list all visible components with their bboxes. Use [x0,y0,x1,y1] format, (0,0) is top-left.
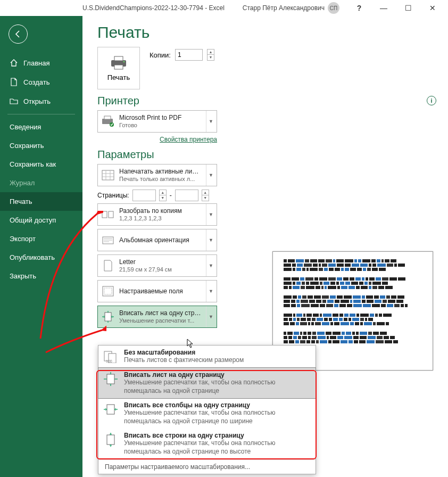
svg-point-3 [123,61,125,62]
sidebar-open[interactable]: Открыть [0,92,82,111]
no-scale-icon: 100 [103,349,119,365]
copies-input[interactable] [175,49,203,61]
sidebar-export[interactable]: Экспорт [0,229,82,248]
sidebar-info[interactable]: Сведения [0,118,82,136]
fit-rows-icon [103,432,119,448]
titlebar: U.S.DividendChampions-2022-12-30-7794 - … [0,0,448,16]
close-button[interactable]: ✕ [420,1,445,15]
svg-rect-19 [107,435,114,445]
info-icon[interactable]: i [427,96,436,105]
minimize-button[interactable]: — [371,1,396,15]
scale-fit-sheet-option[interactable]: Вписать лист на одну страницуУменьшение … [98,367,316,399]
landscape-icon [101,233,115,247]
printer-dropdown[interactable]: Microsoft Print to PDF Готово ▼ [97,110,217,133]
pages-row: Страницы: ▲▼ - ▲▼ [97,190,436,201]
svg-rect-5 [104,116,111,119]
sidebar-save[interactable]: Сохранить [0,136,82,155]
page-icon [101,259,115,273]
collate-icon [101,208,115,221]
home-icon [10,59,18,67]
user-name: Старр Пётр Александрович [243,4,325,12]
svg-rect-2 [114,65,123,69]
svg-rect-1 [114,56,123,61]
doc-title: U.S.DividendChampions-2022-12-30-7794 - … [82,4,225,12]
collate-dropdown[interactable]: Разобрать по копиям1,2,3 1,2,3 1,2,3 ▼ [97,203,217,226]
new-icon [10,78,18,86]
scale-fit-rows-option[interactable]: Вписать все строки на одну страницуУмень… [98,429,316,459]
params-heading: Параметры [97,149,436,161]
orientation-dropdown[interactable]: Альбомная ориентация ▼ [97,229,217,251]
open-icon [10,97,18,105]
chevron-down-icon: ▼ [206,255,213,276]
user-avatar[interactable]: СП [328,2,339,14]
cursor-icon [187,339,194,348]
svg-rect-13 [105,312,111,321]
chevron-down-icon: ▼ [206,111,213,132]
fit-page-icon [103,371,119,387]
scaling-dropdown[interactable]: Вписать лист на одну стра...Уменьшение р… [97,306,217,328]
scale-none-option[interactable]: 100 Без масштабированияПечать листов с ф… [98,346,316,368]
margins-icon [101,284,115,298]
svg-rect-8 [102,211,107,218]
copies-label: Копии: [150,51,171,59]
svg-rect-17 [107,374,114,384]
fit-cols-icon [103,401,119,417]
pages-label: Страницы: [97,192,129,199]
sidebar-history: Журнал [0,174,82,192]
page-from-spinner[interactable]: ▲▼ [159,190,167,201]
chevron-down-icon: ▼ [206,306,213,327]
chevron-down-icon: ▼ [206,229,213,251]
sheets-icon [101,168,115,182]
chevron-down-icon: ▼ [206,204,213,225]
page-from-input[interactable] [132,190,156,201]
chevron-down-icon: ▼ [206,165,213,186]
printer-status-icon [101,114,115,128]
scale-custom-link[interactable]: Параметры настраиваемого масштабирования… [98,459,316,474]
sidebar-publish[interactable]: Опубликовать [0,248,82,267]
printer-icon [110,55,128,70]
backstage-sidebar: Главная Создать Открыть Сведения Сохрани… [0,16,82,477]
sidebar-home[interactable]: Главная [0,53,82,72]
svg-rect-18 [107,405,114,414]
printer-heading: Принтер [97,95,436,107]
print-what-dropdown[interactable]: Напечатать активные листыПечать только а… [97,164,217,186]
sidebar-saveas[interactable]: Сохранить как [0,155,82,174]
maximize-button[interactable]: ☐ [396,1,420,15]
page-to-input[interactable] [175,190,198,201]
help-button[interactable]: ? [347,1,371,15]
fit-page-icon [101,310,115,324]
scaling-popup: 100 Без масштабированияПечать листов с ф… [98,345,316,474]
printer-props-link[interactable]: Свойства принтера [97,136,217,143]
svg-rect-7 [102,170,114,180]
print-button[interactable]: Печать [97,47,140,89]
sidebar-print[interactable]: Печать [0,192,82,211]
copies-spinner[interactable]: ▲▼ [207,49,214,61]
sidebar-share[interactable]: Общий доступ [0,211,82,229]
page-to-spinner[interactable]: ▲▼ [202,190,209,201]
chevron-down-icon: ▼ [206,281,213,302]
paper-dropdown[interactable]: Letter21,59 см x 27,94 см ▼ [97,254,217,277]
page-title: Печать [97,23,436,42]
scale-fit-cols-option[interactable]: Вписать все столбцы на одну страницуУмен… [98,398,316,429]
sidebar-close[interactable]: Закрыть [0,267,82,285]
back-button[interactable] [9,24,28,44]
margins-dropdown[interactable]: Настраиваемые поля ▼ [97,280,217,302]
svg-text:100: 100 [106,359,112,363]
sidebar-new[interactable]: Создать [0,72,82,92]
svg-rect-9 [109,211,113,218]
